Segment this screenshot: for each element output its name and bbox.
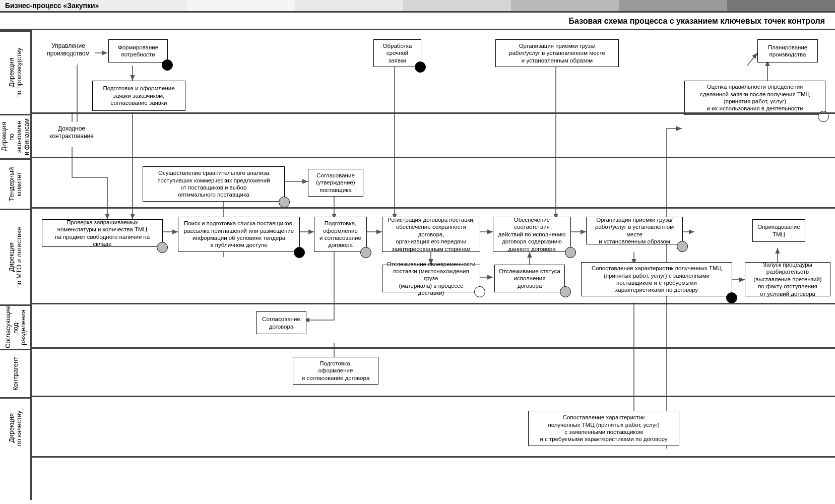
swimlanes: Дирекцияпо производствуДирекцияпо эконом…	[0, 30, 835, 500]
lane-label-l2: Дирекцияпо экономикеи финансам	[0, 114, 30, 158]
lane-label-l6: Контрагент	[0, 349, 30, 397]
lane-label-l4: Дирекцияпо МТО и логистике	[0, 209, 30, 304]
lane-content: Управлениепроизводством Формированиепотр…	[32, 30, 835, 500]
header-gradient	[186, 0, 835, 11]
node-upravlenie: Управлениепроизводством	[42, 39, 95, 65]
lane-label-l5: Согласующиепод-разделения	[0, 304, 30, 349]
lane-row-l4	[32, 209, 835, 304]
lane-row-l1	[32, 30, 835, 114]
header-bar: Бизнес-процесс «Закупки»	[0, 0, 835, 13]
node-dohodnoe: Доходноеконтрактование	[42, 122, 101, 147]
subtitle: Базовая схема процесса с указанием ключе…	[0, 13, 835, 30]
lane-label-l7: Дирекцияпо качеству	[0, 397, 30, 458]
page-title: Бизнес-процесс «Закупки»	[0, 0, 186, 11]
lane-row-l6	[32, 349, 835, 397]
lane-row-l5	[32, 304, 835, 349]
lane-row-l2	[32, 114, 835, 158]
lane-row-l7	[32, 397, 835, 458]
lane-label-l1: Дирекцияпо производству	[0, 30, 30, 114]
lane-labels: Дирекцияпо производствуДирекцияпо эконом…	[0, 30, 32, 500]
lane-label-l3: Тендерныйкомитет	[0, 158, 30, 209]
lane-row-l3	[32, 158, 835, 209]
